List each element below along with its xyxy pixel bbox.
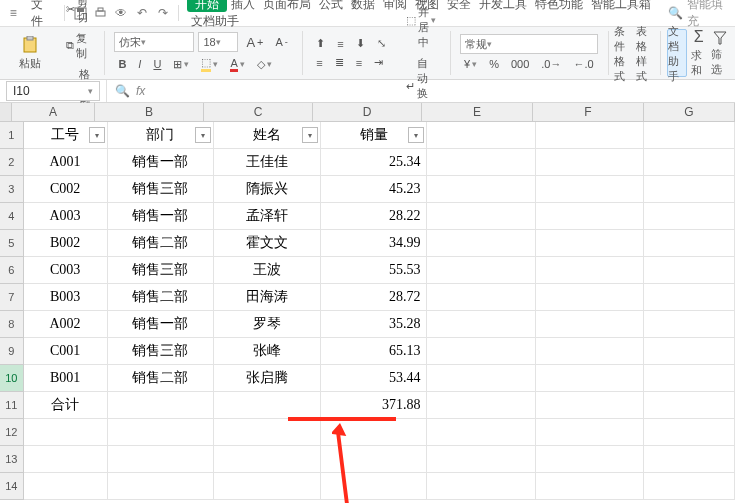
cell[interactable] (644, 473, 735, 500)
cell[interactable] (536, 284, 644, 311)
font-size-select[interactable]: 18▾ (198, 32, 238, 52)
select-all-corner[interactable] (0, 103, 12, 121)
cell[interactable]: 45.23 (321, 176, 428, 203)
cell[interactable] (427, 419, 535, 446)
cell[interactable] (536, 311, 644, 338)
cell[interactable]: 55.53 (321, 257, 428, 284)
cell[interactable]: 孟泽轩 (214, 203, 321, 230)
row-header[interactable]: 10 (0, 365, 24, 392)
col-header-E[interactable]: E (422, 103, 533, 121)
cell[interactable] (644, 392, 735, 419)
cell[interactable]: 销售一部 (108, 203, 215, 230)
cell[interactable]: 销售二部 (108, 365, 215, 392)
cell[interactable] (536, 338, 644, 365)
cell[interactable]: B001 (24, 365, 108, 392)
increase-decimal-button[interactable]: .0→ (537, 56, 565, 72)
cell[interactable] (427, 257, 535, 284)
cell[interactable]: 姓名▾ (214, 122, 321, 149)
col-header-B[interactable]: B (95, 103, 204, 121)
menu-tab-11[interactable]: 文档助手 (187, 14, 243, 28)
fill-color-button[interactable]: ⬚▾ (197, 54, 222, 74)
preview-icon[interactable]: 👁 (114, 5, 129, 21)
cell[interactable] (427, 473, 535, 500)
cell[interactable] (427, 284, 535, 311)
cell[interactable]: 工号▾ (24, 122, 108, 149)
align-right-button[interactable]: ≡ (352, 55, 366, 71)
cell[interactable] (536, 419, 644, 446)
cell[interactable] (536, 230, 644, 257)
align-bottom-button[interactable]: ⬇ (352, 35, 369, 52)
col-header-A[interactable]: A (12, 103, 95, 121)
col-header-C[interactable]: C (204, 103, 313, 121)
cond-format-button[interactable]: 条件格式 (614, 29, 632, 77)
cell[interactable] (108, 446, 215, 473)
currency-button[interactable]: ¥▾ (460, 56, 481, 72)
cell[interactable] (536, 365, 644, 392)
align-top-button[interactable]: ⬆ (312, 35, 329, 52)
cell[interactable] (644, 149, 735, 176)
cell[interactable]: 28.72 (321, 284, 428, 311)
shrink-font-button[interactable]: A- (271, 34, 291, 50)
merge-button[interactable]: ⬚合并居中▾ (402, 0, 440, 52)
cell[interactable] (644, 338, 735, 365)
cell[interactable] (427, 365, 535, 392)
file-menu[interactable]: 文件 (27, 0, 57, 30)
cell[interactable]: 隋振兴 (214, 176, 321, 203)
cell[interactable] (427, 311, 535, 338)
cell[interactable]: 销售二部 (108, 230, 215, 257)
cell[interactable]: 王佳佳 (214, 149, 321, 176)
decrease-decimal-button[interactable]: ←.0 (570, 56, 598, 72)
cell[interactable] (536, 149, 644, 176)
cell[interactable] (536, 176, 644, 203)
filter-dropdown-icon[interactable]: ▾ (195, 127, 211, 143)
cell[interactable]: C001 (24, 338, 108, 365)
cell[interactable]: 销售一部 (108, 149, 215, 176)
cell[interactable]: 65.13 (321, 338, 428, 365)
menu-tab-7[interactable]: 安全 (443, 0, 475, 11)
cell[interactable] (644, 446, 735, 473)
cell[interactable] (427, 122, 535, 149)
row-header[interactable]: 2 (0, 149, 24, 176)
cell[interactable]: 部门▾ (108, 122, 215, 149)
cell[interactable] (536, 473, 644, 500)
cell[interactable] (536, 203, 644, 230)
percent-button[interactable]: % (485, 56, 503, 72)
row-header[interactable]: 14 (0, 473, 24, 500)
cell[interactable]: 销售一部 (108, 311, 215, 338)
cell[interactable] (214, 419, 321, 446)
grow-font-button[interactable]: A+ (242, 33, 267, 52)
row-header[interactable]: 6 (0, 257, 24, 284)
menu-tab-9[interactable]: 特色功能 (531, 0, 587, 11)
cell[interactable] (536, 257, 644, 284)
cell[interactable] (427, 338, 535, 365)
font-name-select[interactable]: 仿宋▾ (114, 32, 194, 52)
print-icon[interactable] (94, 5, 109, 21)
row-header[interactable]: 5 (0, 230, 24, 257)
cell[interactable]: 销售二部 (108, 284, 215, 311)
cell[interactable]: 张启腾 (214, 365, 321, 392)
cell[interactable] (644, 203, 735, 230)
cell[interactable]: 罗琴 (214, 311, 321, 338)
align-middle-button[interactable]: ≡ (333, 36, 347, 52)
cell[interactable]: A001 (24, 149, 108, 176)
cell[interactable]: A003 (24, 203, 108, 230)
border-button[interactable]: ⊞▾ (169, 56, 193, 73)
italic-button[interactable]: I (134, 56, 145, 72)
cell[interactable] (24, 419, 108, 446)
col-header-G[interactable]: G (644, 103, 735, 121)
undo-icon[interactable]: ↶ (135, 5, 150, 21)
cell[interactable] (536, 446, 644, 473)
cell[interactable]: B002 (24, 230, 108, 257)
filter-dropdown-icon[interactable]: ▾ (89, 127, 105, 143)
cell[interactable]: A002 (24, 311, 108, 338)
row-header[interactable]: 3 (0, 176, 24, 203)
cell[interactable]: C003 (24, 257, 108, 284)
cell[interactable] (214, 446, 321, 473)
indent-button[interactable]: ⇥ (370, 54, 387, 71)
cell[interactable]: 霍文文 (214, 230, 321, 257)
cut-button[interactable]: ✂剪切 (62, 0, 94, 27)
row-header[interactable]: 8 (0, 311, 24, 338)
menu-tab-8[interactable]: 开发工具 (475, 0, 531, 11)
cell[interactable]: B003 (24, 284, 108, 311)
cell[interactable] (644, 419, 735, 446)
